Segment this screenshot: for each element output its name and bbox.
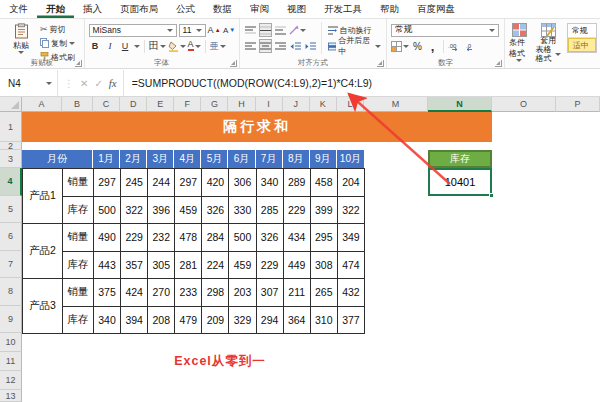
value-cell[interactable]: 310 (310, 306, 337, 334)
percent-style-button[interactable]: % (411, 39, 424, 53)
conditional-format-button[interactable]: 条件格式 (509, 23, 530, 62)
decrease-decimal-button[interactable]: .0 (463, 39, 476, 53)
title-banner-cell[interactable]: 隔行求和 (22, 112, 492, 142)
month-cell-2月[interactable]: 2月 (120, 150, 147, 168)
accounting-format-button[interactable] (391, 39, 409, 53)
enter-icon[interactable]: ✓ (94, 78, 102, 89)
row-type-cell[interactable]: 库存 (63, 196, 94, 224)
value-cell[interactable]: 349 (337, 224, 364, 252)
value-cell[interactable]: 233 (175, 279, 202, 307)
orientation-button[interactable] (289, 23, 306, 37)
tab-公式[interactable]: 公式 (167, 0, 204, 18)
value-cell[interactable]: 329 (229, 306, 256, 334)
column-header-H[interactable]: H (228, 97, 255, 112)
column-header-M[interactable]: M (364, 97, 428, 112)
product-name-cell[interactable]: 产品3 (23, 279, 63, 334)
value-cell[interactable]: 307 (256, 279, 283, 307)
value-cell[interactable]: 204 (337, 169, 364, 197)
value-cell[interactable]: 396 (148, 196, 175, 224)
row-type-cell[interactable]: 库存 (63, 251, 94, 279)
select-all-corner[interactable] (0, 97, 22, 112)
month-cell-3月[interactable]: 3月 (147, 150, 174, 168)
tab-插入[interactable]: 插入 (74, 0, 111, 18)
value-cell[interactable]: 229 (283, 196, 310, 224)
column-header-J[interactable]: J (283, 97, 310, 112)
value-cell[interactable]: 295 (310, 224, 337, 252)
value-cell[interactable]: 357 (121, 251, 148, 279)
month-cell-10月[interactable]: 10月 (337, 150, 364, 168)
value-cell[interactable]: 340 (256, 169, 283, 197)
value-cell[interactable]: 479 (175, 306, 202, 334)
align-center-button[interactable] (259, 39, 272, 53)
value-cell[interactable]: 459 (175, 196, 202, 224)
number-format-combo[interactable]: 常规 (391, 24, 499, 37)
product-name-cell[interactable]: 产品1 (23, 169, 63, 224)
name-box-resize-handle[interactable]: ⋮ (64, 78, 74, 89)
font-size-combo[interactable]: 11 (179, 24, 206, 37)
value-cell[interactable]: 306 (229, 169, 256, 197)
column-header-L[interactable]: L (337, 97, 364, 112)
value-cell[interactable]: 294 (256, 306, 283, 334)
value-cell[interactable]: 474 (337, 251, 364, 279)
row-header-9[interactable]: 9 (0, 306, 22, 334)
column-header-K[interactable]: K (310, 97, 337, 112)
align-bottom-button[interactable] (274, 23, 287, 37)
month-cell-7月[interactable]: 7月 (256, 150, 283, 168)
value-cell[interactable]: 443 (94, 251, 121, 279)
value-cell[interactable]: 490 (94, 224, 121, 252)
month-cell-1月[interactable]: 1月 (93, 150, 120, 168)
row-header-12[interactable]: 12 (0, 371, 22, 390)
value-cell[interactable]: 326 (202, 196, 229, 224)
increase-indent-button[interactable] (304, 39, 317, 53)
value-cell[interactable]: 281 (175, 251, 202, 279)
value-cell[interactable]: 229 (121, 224, 148, 252)
tab-页面布局[interactable]: 页面布局 (111, 0, 167, 18)
row-type-cell[interactable]: 销量 (63, 224, 94, 252)
value-cell[interactable]: 375 (94, 279, 121, 307)
decrease-indent-button[interactable] (289, 39, 302, 53)
borders-button[interactable]: 田 (149, 39, 166, 53)
copy-button[interactable]: 复制 (38, 36, 77, 50)
align-middle-button[interactable] (259, 23, 272, 37)
align-left-button[interactable] (244, 39, 257, 53)
font-color-button[interactable]: A (188, 39, 201, 53)
format-as-table-button[interactable]: 套用 表格格式 (536, 23, 561, 63)
row-header-3[interactable]: 3 (0, 150, 22, 168)
grow-font-button[interactable]: A▲ (208, 23, 221, 37)
value-cell[interactable]: 211 (283, 279, 310, 307)
value-cell[interactable]: 289 (283, 169, 310, 197)
value-cell[interactable]: 270 (148, 279, 175, 307)
cut-button[interactable]: ✂ 剪切 (38, 22, 77, 36)
fill-color-button[interactable] (168, 39, 186, 53)
value-cell[interactable]: 458 (310, 169, 337, 197)
value-cell[interactable]: 305 (148, 251, 175, 279)
value-cell[interactable]: 284 (202, 224, 229, 252)
cell-style-normal[interactable]: 常规 (568, 24, 596, 38)
value-cell[interactable]: 308 (310, 251, 337, 279)
merge-center-button[interactable]: 合并后居中 (326, 38, 383, 54)
value-cell[interactable]: 500 (94, 196, 121, 224)
value-cell[interactable]: 399 (310, 196, 337, 224)
value-cell[interactable]: 298 (202, 279, 229, 307)
row-header-4[interactable]: 4 (0, 168, 22, 196)
column-header-F[interactable]: F (174, 97, 201, 112)
value-cell[interactable]: 209 (202, 306, 229, 334)
bold-button[interactable]: B (89, 39, 102, 53)
row-header-10[interactable]: 10 (0, 333, 22, 352)
value-cell[interactable]: 297 (175, 169, 202, 197)
column-header-G[interactable]: G (201, 97, 228, 112)
font-name-combo[interactable]: MiSans (89, 24, 177, 37)
column-header-N[interactable]: N (428, 97, 492, 112)
underline-button[interactable]: U (119, 39, 132, 53)
value-cell[interactable]: 322 (337, 196, 364, 224)
column-header-D[interactable]: D (120, 97, 147, 112)
value-cell[interactable]: 432 (337, 279, 364, 307)
row-header-1[interactable]: 1 (0, 112, 22, 142)
value-cell[interactable]: 340 (94, 306, 121, 334)
value-cell[interactable]: 265 (310, 279, 337, 307)
name-box[interactable]: N4 (0, 70, 58, 96)
month-header-label[interactable]: 月份 (22, 150, 93, 168)
column-header-A[interactable]: A (22, 97, 62, 112)
row-header-6[interactable]: 6 (0, 223, 22, 251)
tab-开发工具[interactable]: 开发工具 (315, 0, 371, 18)
